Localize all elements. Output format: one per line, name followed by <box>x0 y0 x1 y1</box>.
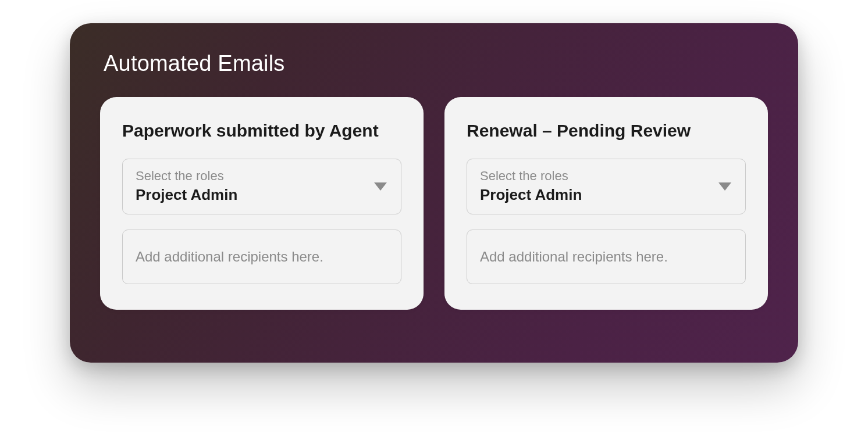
roles-select-value: Project Admin <box>480 186 732 204</box>
email-cards-row: Paperwork submitted by Agent Select the … <box>100 97 768 310</box>
recipients-input[interactable] <box>136 249 388 265</box>
email-card-paperwork: Paperwork submitted by Agent Select the … <box>100 97 424 310</box>
chevron-down-icon <box>718 182 731 191</box>
email-card-renewal: Renewal – Pending Review Select the role… <box>444 97 768 310</box>
panel-title: Automated Emails <box>104 51 768 76</box>
card-title: Paperwork submitted by Agent <box>122 120 401 141</box>
svg-marker-0 <box>374 182 387 191</box>
recipients-field[interactable] <box>467 230 746 284</box>
chevron-down-icon <box>374 182 387 191</box>
roles-select[interactable]: Select the roles Project Admin <box>122 159 401 214</box>
recipients-input[interactable] <box>480 249 732 265</box>
roles-select-label: Select the roles <box>480 169 732 184</box>
card-title: Renewal – Pending Review <box>467 120 746 141</box>
roles-select-label: Select the roles <box>136 169 388 184</box>
svg-marker-1 <box>718 182 731 191</box>
roles-select[interactable]: Select the roles Project Admin <box>467 159 746 214</box>
roles-select-value: Project Admin <box>136 186 388 204</box>
automated-emails-panel: Automated Emails Paperwork submitted by … <box>70 23 798 363</box>
recipients-field[interactable] <box>122 230 401 284</box>
